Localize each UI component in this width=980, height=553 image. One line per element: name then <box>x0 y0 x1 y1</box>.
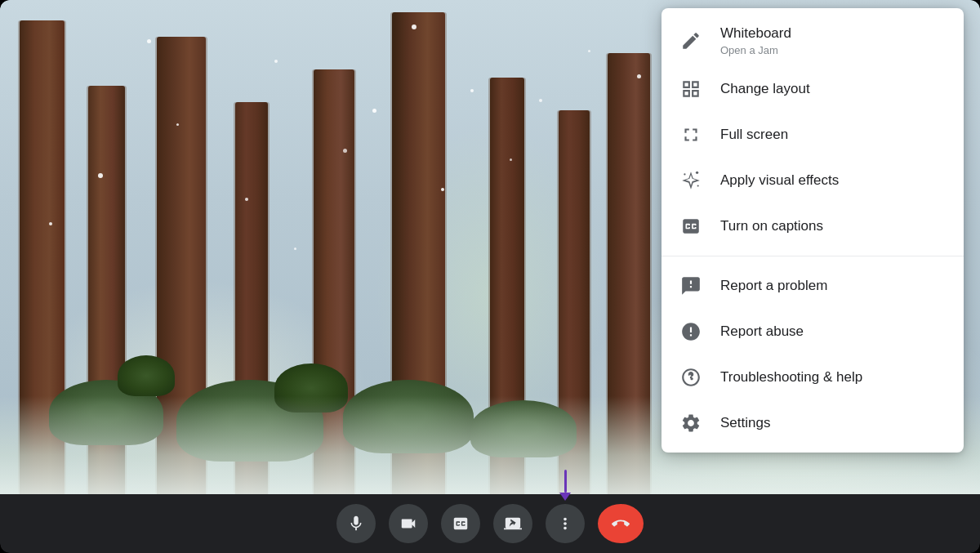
report-abuse-label: Report abuse <box>720 323 947 341</box>
layout-icon <box>678 76 704 102</box>
menu-item-report-problem[interactable]: Report a problem <box>662 263 964 309</box>
dropdown-menu: Whiteboard Open a Jam Change layout <box>662 8 964 453</box>
whiteboard-label: Whiteboard <box>720 25 947 42</box>
camera-button[interactable] <box>389 504 428 543</box>
menu-item-full-screen[interactable]: Full screen <box>662 112 964 158</box>
end-call-button[interactable] <box>598 504 644 543</box>
cc-icon <box>678 213 704 239</box>
menu-section-1: Whiteboard Open a Jam Change layout <box>662 8 964 256</box>
menu-item-report-abuse[interactable]: Report abuse <box>662 309 964 355</box>
more-dots-icon <box>556 515 574 533</box>
menu-item-visual-effects[interactable]: Apply visual effects <box>662 158 964 203</box>
troubleshooting-text: Troubleshooting & help <box>720 368 947 386</box>
menu-item-change-layout[interactable]: Change layout <box>662 66 964 112</box>
present-icon <box>504 515 522 533</box>
visual-effects-label: Apply visual effects <box>720 172 947 190</box>
change-layout-text: Change layout <box>720 80 947 98</box>
report-abuse-text: Report abuse <box>720 323 947 341</box>
mic-button[interactable] <box>336 504 376 543</box>
svg-point-1 <box>684 173 685 175</box>
menu-item-whiteboard[interactable]: Whiteboard Open a Jam <box>662 15 964 66</box>
report-problem-label: Report a problem <box>720 277 947 295</box>
help-icon <box>678 364 704 390</box>
captions-text: Turn on captions <box>720 217 947 235</box>
full-screen-text: Full screen <box>720 126 947 144</box>
end-call-icon <box>612 515 630 533</box>
settings-label: Settings <box>720 414 947 432</box>
report-problem-icon <box>678 273 704 299</box>
pencil-icon <box>678 28 704 54</box>
toolbar-arrow-head <box>559 493 571 501</box>
present-button[interactable] <box>493 504 532 543</box>
report-abuse-icon <box>678 319 704 345</box>
mic-icon <box>347 515 365 533</box>
visual-effects-text: Apply visual effects <box>720 172 947 190</box>
sparkle-icon <box>678 167 704 194</box>
camera-icon <box>399 515 417 533</box>
cc-toolbar-icon <box>452 515 470 533</box>
svg-point-0 <box>696 172 698 174</box>
main-container: Whiteboard Open a Jam Change layout <box>0 0 980 553</box>
menu-section-2: Report a problem Report abuse <box>662 256 964 453</box>
more-options-button[interactable] <box>546 504 585 543</box>
settings-text: Settings <box>720 414 947 432</box>
svg-point-2 <box>697 185 699 187</box>
troubleshooting-label: Troubleshooting & help <box>720 368 947 386</box>
menu-item-troubleshooting[interactable]: Troubleshooting & help <box>662 355 964 400</box>
change-layout-label: Change layout <box>720 80 947 98</box>
gear-icon <box>678 410 704 436</box>
menu-item-settings[interactable]: Settings <box>662 400 964 446</box>
fullscreen-icon <box>678 122 704 148</box>
report-problem-text: Report a problem <box>720 277 947 295</box>
toolbar-arrow-line <box>564 470 567 493</box>
full-screen-label: Full screen <box>720 126 947 144</box>
toolbar-arrow <box>559 470 571 501</box>
whiteboard-sublabel: Open a Jam <box>720 44 947 56</box>
captions-label: Turn on captions <box>720 217 947 235</box>
menu-item-captions[interactable]: Turn on captions <box>662 203 964 249</box>
whiteboard-text: Whiteboard Open a Jam <box>720 25 947 56</box>
cc-button[interactable] <box>441 504 480 543</box>
toolbar <box>0 494 980 553</box>
